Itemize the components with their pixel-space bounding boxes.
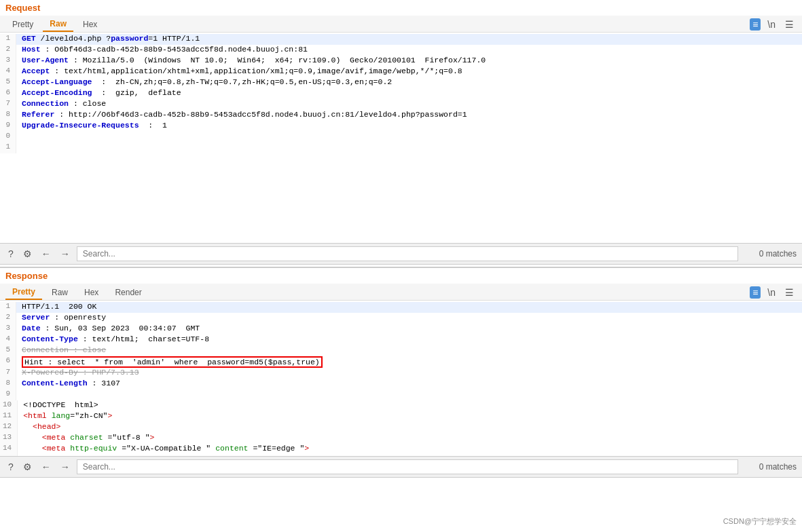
request-search-help-icon[interactable]: ? [5,248,16,260]
response-line-3: 3 Date : Sun, 03 Sep 2023 00:34:07 GMT [0,324,802,335]
request-menu-icon[interactable]: ☰ [782,18,797,31]
response-line-9: 9 [0,390,802,400]
request-search-bar: ? ⚙ ← → 0 matches [0,243,802,265]
request-line-2: 2 Host : O6bf46d3-cadb-452b-88b9-5453adc… [0,45,802,56]
request-tab-hex[interactable]: Hex [76,18,104,31]
request-title: Request [0,0,802,16]
response-line-6: 6 Hint : select * from 'admin' where pas… [0,356,802,368]
response-tabs-row: Pretty Raw Hex Render ≡ \n ☰ [0,284,802,301]
response-search-prev-icon[interactable]: ← [39,461,54,473]
response-search-input[interactable] [77,459,738,474]
request-search-settings-icon[interactable]: ⚙ [20,248,35,260]
request-line-6: 6 Accept-Encoding : gzip, deflate [0,88,802,99]
response-tab-raw[interactable]: Raw [45,286,75,299]
request-line-5: 5 Accept-Language : zh-CN,zh;q=0.8,zh-TW… [0,77,802,88]
request-panel: Request Pretty Raw Hex ≡ \n ☰ 1 GET /lev… [0,0,802,268]
request-matches-count: 0 matches [742,249,797,259]
request-line-blank: 1 [0,142,802,153]
response-matches-count: 0 matches [742,462,797,472]
response-search-bar: ? ⚙ ← → 0 matches [0,456,802,478]
request-tab-pretty[interactable]: Pretty [5,18,40,31]
response-tab-pretty[interactable]: Pretty [5,285,42,300]
request-line-8: 8 Referer : http://O6bf46d3-cadb-452b-88… [0,110,802,121]
response-title: Response [0,268,802,284]
request-newline-icon[interactable]: \n [765,18,778,31]
response-code-area[interactable]: 1 HTTP/1.1 200 OK 2 Server : openresty 3… [0,301,802,478]
response-wrap-icon[interactable]: ≡ [750,286,761,299]
response-search-help-icon[interactable]: ? [5,461,16,473]
response-line-14: 14 <meta http-equiv ="X-UA-Compatible " … [0,444,802,455]
request-line-7: 7 Connection : close [0,99,802,110]
request-search-prev-icon[interactable]: ← [39,248,54,260]
response-newline-icon[interactable]: \n [765,286,778,299]
request-code-area[interactable]: 1 GET /leveldo4.php ?password=1 HTTP/1.1… [0,33,802,243]
request-wrap-icon[interactable]: ≡ [750,18,761,31]
request-line-0: 0 [0,132,802,142]
request-line-4: 4 Accept : text/html,application/xhtml+x… [0,66,802,77]
response-tab-actions: ≡ \n ☰ [750,286,797,299]
response-line-5: 5 Connection : close [0,345,802,356]
request-line-3: 3 User-Agent : Mozilla/5.0 (Windows NT 1… [0,56,802,66]
response-line-7: 7 X-Powered-By : PHP/7.3.13 [0,368,802,379]
request-tabs-row: Pretty Raw Hex ≡ \n ☰ [0,16,802,33]
response-line-2: 2 Server : openresty [0,313,802,324]
response-search-settings-icon[interactable]: ⚙ [20,461,35,473]
request-tab-raw[interactable]: Raw [43,17,73,32]
request-search-next-icon[interactable]: → [58,248,73,260]
request-line-1: 1 GET /leveldo4.php ?password=1 HTTP/1.1 [0,34,802,45]
response-tab-hex[interactable]: Hex [77,286,105,299]
request-tab-actions: ≡ \n ☰ [750,18,797,31]
response-line-4: 4 Content-Type : text/html; charset=UTF-… [0,335,802,345]
response-line-12: 12 <head> [0,422,802,433]
response-search-next-icon[interactable]: → [58,461,73,473]
watermark: CSDN@宁宁想学安全 [723,516,797,527]
response-tab-render[interactable]: Render [108,286,148,299]
response-line-10: 10 <!DOCTYPE html> [0,400,802,411]
request-line-9: 9 Upgrade-Insecure-Requests : 1 [0,121,802,132]
response-line-13: 13 <meta charset ="utf-8 "> [0,433,802,444]
response-menu-icon[interactable]: ☰ [782,286,797,299]
response-line-1: 1 HTTP/1.1 200 OK [0,302,802,313]
request-search-input[interactable] [77,246,738,261]
response-panel: Response Pretty Raw Hex Render ≡ \n ☰ 1 … [0,268,802,478]
response-line-8: 8 Content-Length : 3107 [0,379,802,390]
response-line-11: 11 <html lang="zh-CN"> [0,411,802,422]
